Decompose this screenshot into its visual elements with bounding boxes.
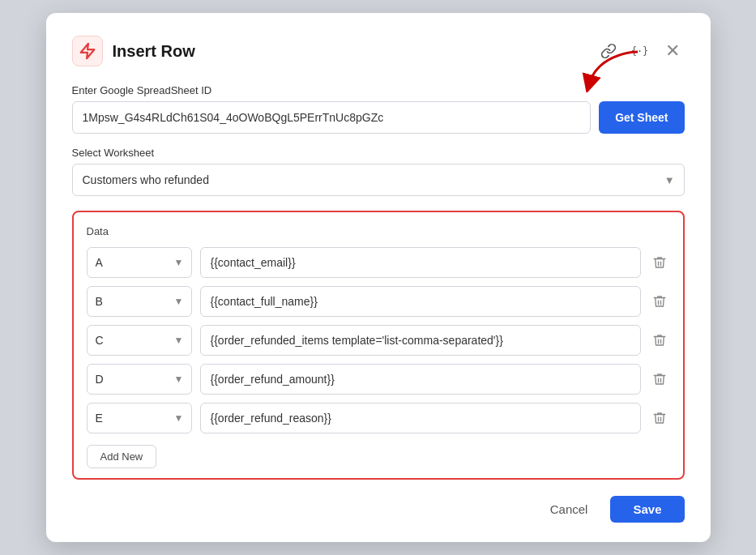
- cancel-button[interactable]: Cancel: [537, 496, 601, 523]
- modal-footer: Cancel Save: [72, 496, 685, 523]
- value-b-input[interactable]: [200, 286, 641, 317]
- trash-icon: [652, 294, 667, 309]
- table-row: ABCDE ▼: [87, 247, 670, 278]
- modal-overlay: Insert Row: [0, 0, 756, 555]
- code-braces-icon: {·}: [631, 44, 649, 58]
- modal-icon-container: [72, 36, 103, 66]
- value-c-input[interactable]: [200, 325, 641, 356]
- column-b-select-wrapper: ABCDE ▼: [87, 286, 192, 317]
- column-c-select-wrapper: ABCDE ▼: [87, 325, 192, 356]
- delete-row-b-button[interactable]: [649, 291, 670, 312]
- add-new-button[interactable]: Add New: [87, 445, 157, 468]
- worksheet-select-wrapper: Customers who refunded Sheet1 Sheet2 ▼: [72, 164, 685, 196]
- column-e-select-wrapper: ABCDE ▼: [87, 403, 192, 433]
- close-button[interactable]: ✕: [660, 41, 685, 62]
- spreadsheet-id-row: Get Sheet: [72, 101, 685, 134]
- link-icon-button[interactable]: [597, 40, 620, 62]
- column-a-select[interactable]: ABCDE: [87, 247, 192, 278]
- spreadsheet-id-input[interactable]: [72, 101, 592, 134]
- spreadsheet-id-section: Enter Google SpreadSheet ID Get Sheet: [72, 84, 685, 134]
- modal-header: Insert Row: [72, 36, 685, 66]
- trash-icon: [652, 255, 667, 270]
- trash-icon: [652, 372, 667, 386]
- data-section: Data ABCDE ▼: [72, 211, 685, 480]
- svg-text:{·}: {·}: [631, 45, 648, 57]
- data-section-label: Data: [87, 225, 670, 237]
- worksheet-select[interactable]: Customers who refunded Sheet1 Sheet2: [72, 164, 685, 196]
- column-d-select-wrapper: ABCDE ▼: [87, 364, 192, 395]
- worksheet-section: Select Worksheet Customers who refunded …: [72, 147, 685, 196]
- modal-title: Insert Row: [113, 42, 597, 61]
- value-d-input[interactable]: [200, 364, 641, 395]
- value-a-input[interactable]: [200, 247, 641, 278]
- svg-marker-0: [80, 44, 94, 58]
- save-button[interactable]: Save: [610, 496, 684, 523]
- code-braces-button[interactable]: {·}: [628, 41, 652, 62]
- column-e-select[interactable]: ABCDE: [87, 403, 192, 433]
- trash-icon: [652, 333, 667, 348]
- worksheet-label: Select Worksheet: [72, 147, 685, 159]
- column-b-select[interactable]: ABCDE: [87, 286, 192, 317]
- delete-row-c-button[interactable]: [649, 330, 670, 351]
- value-e-input[interactable]: [200, 403, 641, 433]
- get-sheet-button[interactable]: Get Sheet: [599, 101, 684, 134]
- table-row: ABCDE ▼: [87, 364, 670, 395]
- column-c-select[interactable]: ABCDE: [87, 325, 192, 356]
- table-row: ABCDE ▼: [87, 403, 670, 433]
- modal-header-actions: {·} ✕: [597, 40, 685, 62]
- spreadsheet-id-label: Enter Google SpreadSheet ID: [72, 84, 685, 96]
- modal-dialog: Insert Row: [46, 13, 711, 542]
- delete-row-e-button[interactable]: [649, 408, 670, 429]
- link-icon: [600, 43, 617, 59]
- column-a-select-wrapper: ABCDE ▼: [87, 247, 192, 278]
- lightning-icon: [79, 42, 96, 60]
- delete-row-d-button[interactable]: [649, 369, 670, 390]
- trash-icon: [652, 411, 667, 425]
- column-d-select[interactable]: ABCDE: [87, 364, 192, 395]
- delete-row-a-button[interactable]: [649, 252, 670, 273]
- table-row: ABCDE ▼: [87, 325, 670, 356]
- table-row: ABCDE ▼: [87, 286, 670, 317]
